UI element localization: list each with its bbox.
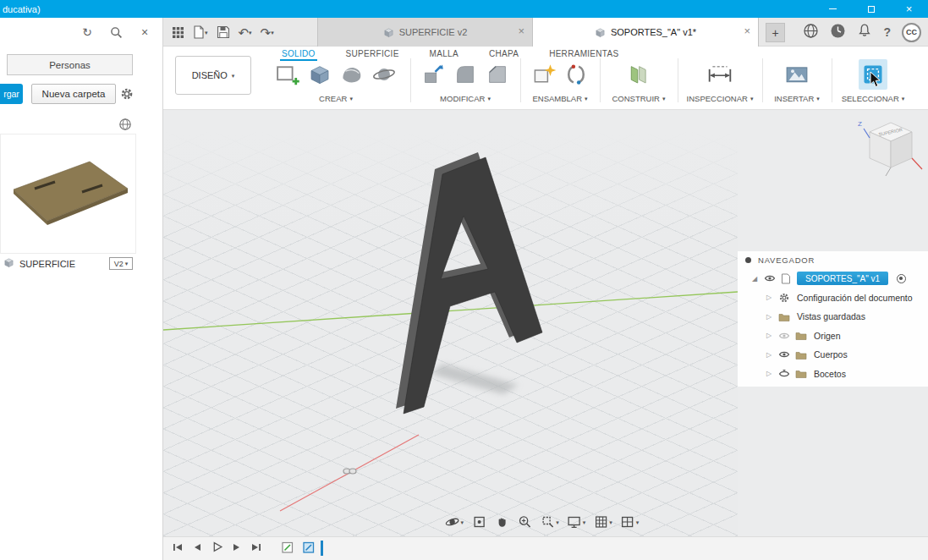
go-to-start-button[interactable] [172,541,184,557]
construction-plane-icon[interactable] [624,59,653,90]
insert-canvas-icon[interactable] [782,59,811,90]
create-form-icon[interactable] [338,59,366,90]
close-panel-icon[interactable]: × [137,25,152,40]
root-component-label[interactable]: SOPORTES_"A" v1 [797,272,888,285]
insertar-dropdown[interactable]: INSERTAR▾ [766,94,828,103]
upload-button[interactable]: rgar [0,84,23,104]
timeline-sketch-feature-selected-icon[interactable] [302,541,316,557]
display-settings[interactable]: ▾ [567,514,586,530]
step-forward-button[interactable] [231,541,243,557]
inspeccionar-dropdown[interactable]: INSPECCIONAR▾ [681,94,759,103]
model-shadow [431,364,519,394]
construir-dropdown[interactable]: CONSTRUIR▾ [603,94,674,103]
workspace-selector[interactable]: DISEÑO ▾ [175,56,251,95]
browser-header[interactable]: NAVEGADOR [738,251,928,269]
expand-arrow-icon[interactable]: ▷ [762,313,776,321]
viewport-3d[interactable]: SUPERIOR Z NAVEGADOR ◢ SOPORTES_"A" v1 [163,110,928,536]
visibility-eye-icon[interactable] [776,370,793,378]
timeline-bar [163,536,928,560]
grid-and-snaps[interactable]: ▾ [593,514,612,530]
redo-button[interactable]: ↷ ▾ [259,22,276,42]
pan-hand-tool[interactable] [494,514,509,530]
job-status-icon[interactable] [830,23,846,42]
globe-small-icon[interactable] [118,118,132,131]
chamfer-icon[interactable] [483,59,512,90]
box-primitive-icon[interactable] [305,59,334,90]
new-component-icon[interactable] [530,59,558,90]
tree-row-configuracion[interactable]: ▷ Configuración del documento [738,288,928,308]
viewports-tool[interactable]: ▾ [620,514,640,530]
dropdown-caret-icon: ▾ [609,519,612,525]
search-icon[interactable] [108,25,124,40]
visibility-eye-off-icon[interactable] [776,332,793,340]
press-pull-icon[interactable] [419,59,448,90]
zoom-tool[interactable] [517,514,532,530]
revolve-icon[interactable] [370,59,398,90]
show-data-panel-icon[interactable] [170,22,186,42]
viewcube[interactable]: SUPERIOR Z [855,115,926,181]
account-avatar[interactable]: CC [902,23,921,42]
help-icon[interactable]: ? [883,25,891,39]
visibility-eye-icon[interactable] [776,350,793,359]
folder-icon [793,369,810,378]
visibility-eye-icon[interactable] [761,274,778,283]
dropdown-caret-icon: ▾ [349,96,353,102]
create-sketch-icon[interactable] [273,59,302,90]
expand-arrow-icon[interactable]: ▷ [762,370,776,377]
design-list-item[interactable]: SUPERFICIE V2 ▾ [3,255,136,272]
tree-item-label: Cuerpos [814,349,848,360]
close-button[interactable]: × [890,0,928,18]
tree-row-vistas[interactable]: ▷ Vistas guardadas [738,307,928,327]
personas-tab[interactable]: Personas [7,54,133,75]
refresh-icon[interactable]: ↻ [80,25,95,40]
dropdown-caret-icon: ▾ [583,519,586,525]
play-button[interactable] [211,541,223,557]
look-at-tool[interactable] [471,514,486,530]
document-tab-superficie[interactable]: SUPERFICIE v2 × [317,18,533,47]
orbit-tool[interactable]: ▾ [445,514,464,530]
collapse-dot-icon[interactable] [745,257,751,263]
expand-arrow-icon[interactable]: ▷ [762,294,776,301]
save-button[interactable] [215,22,232,42]
seleccionar-dropdown[interactable]: SELECCIONAR▾ [835,94,911,103]
new-tab-button[interactable]: + [766,23,785,42]
group-label: CREAR [319,94,347,103]
undo-button[interactable]: ↶ ▾ [237,22,254,42]
close-tab-icon[interactable]: × [744,25,750,36]
fillet-icon[interactable] [451,59,480,90]
close-tab-icon[interactable]: × [518,25,524,36]
version-dropdown[interactable]: V2 ▾ [109,257,133,270]
new-folder-button[interactable]: Nueva carpeta [31,84,116,104]
timeline-sketch-feature-icon[interactable] [281,541,294,557]
expand-arrow-icon[interactable]: ▷ [762,351,776,359]
ensamblar-dropdown[interactable]: ENSAMBLAR▾ [524,94,596,103]
activate-component-radio[interactable] [897,274,906,283]
maximize-button[interactable] [852,0,890,18]
zoom-window-tool[interactable]: ▾ [540,514,559,530]
notifications-bell-icon[interactable] [857,23,872,41]
go-to-end-button[interactable] [250,541,262,557]
letter-a-model[interactable] [392,144,552,423]
tree-row-bocetos[interactable]: ▷ Bocetos [738,365,928,384]
crear-dropdown[interactable]: CREAR▾ [265,94,407,103]
expand-arrow-icon[interactable]: ▷ [762,332,776,339]
timeline-playhead[interactable] [321,541,323,556]
tree-row-origen[interactable]: ▷ Origen [738,327,928,346]
component-doc-icon [778,273,793,284]
browser-root-row[interactable]: ◢ SOPORTES_"A" v1 [738,269,928,288]
tree-row-cuerpos[interactable]: ▷ Cuerpos [738,345,928,365]
web-globe-icon[interactable] [803,23,819,42]
file-menu-button[interactable]: ▾ [191,22,210,42]
document-tab-soportes[interactable]: SOPORTES_"A" v1* × [533,18,759,47]
gear-icon[interactable] [120,87,134,101]
dropdown-caret-icon: ▾ [902,96,905,102]
expanded-marker-icon[interactable]: ◢ [748,275,761,283]
data-panel-actions: rgar Nueva carpeta [0,84,162,105]
modificar-dropdown[interactable]: MODIFICAR▾ [414,94,517,103]
joint-icon[interactable] [562,59,590,90]
step-back-button[interactable] [191,541,203,557]
avatar-initials: CC [906,28,917,36]
measure-icon[interactable] [706,59,734,90]
design-thumbnail[interactable] [0,134,136,254]
minimize-button[interactable] [814,0,852,18]
